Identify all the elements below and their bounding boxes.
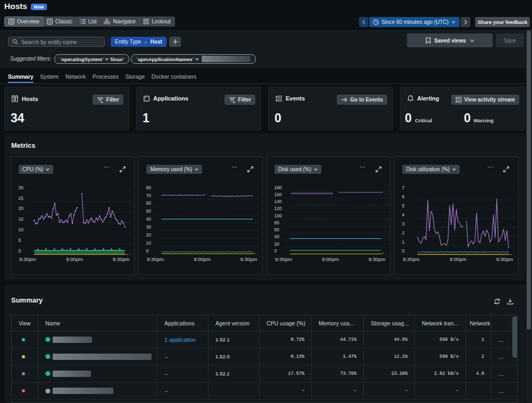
svg-text:8:30pm: 8:30pm [19,256,36,262]
svg-text:40: 40 [274,234,279,239]
svg-text:9:30pm: 9:30pm [240,256,257,262]
svg-text:9:00pm: 9:00pm [66,256,83,262]
svg-text:30: 30 [146,224,152,230]
svg-text:10: 10 [146,240,152,246]
svg-text:7: 7 [402,185,405,190]
svg-text:50: 50 [146,208,152,214]
svg-text:9:00pm: 9:00pm [194,256,211,262]
svg-text:20: 20 [274,241,279,247]
svg-text:70: 70 [146,193,152,198]
svg-text:20: 20 [19,206,24,211]
svg-text:60: 60 [274,227,279,232]
svg-text:100: 100 [274,213,281,219]
svg-text:60: 60 [146,200,152,206]
svg-text:9:00pm: 9:00pm [322,256,339,262]
svg-text:5: 5 [19,238,21,243]
svg-text:4: 4 [402,212,405,217]
svg-text:10: 10 [19,227,24,232]
svg-text:15: 15 [19,216,24,222]
svg-text:8:30pm: 8:30pm [403,256,420,262]
svg-text:80: 80 [274,220,279,225]
svg-text:9:30pm: 9:30pm [113,256,130,262]
svg-text:30: 30 [19,185,24,190]
svg-text:9:30pm: 9:30pm [496,256,513,262]
svg-text:2: 2 [402,230,405,236]
svg-text:5: 5 [402,203,405,208]
svg-text:0: 0 [274,248,277,254]
svg-text:6: 6 [402,194,405,199]
svg-text:9:30pm: 9:30pm [368,256,385,262]
svg-text:8:30pm: 8:30pm [275,256,292,262]
svg-text:9:00pm: 9:00pm [450,256,467,262]
svg-text:140: 140 [274,199,281,204]
svg-text:180: 180 [274,185,281,190]
svg-text:3: 3 [402,221,405,226]
svg-text:25: 25 [19,196,24,201]
svg-text:0: 0 [146,248,149,254]
svg-text:0: 0 [19,248,21,254]
svg-text:80: 80 [146,185,152,190]
svg-text:40: 40 [146,216,152,222]
svg-text:120: 120 [274,206,281,211]
svg-text:8:30pm: 8:30pm [147,256,164,262]
svg-text:20: 20 [146,232,152,238]
svg-text:0: 0 [402,248,405,254]
svg-text:1: 1 [402,239,405,245]
svg-text:160: 160 [274,192,281,197]
